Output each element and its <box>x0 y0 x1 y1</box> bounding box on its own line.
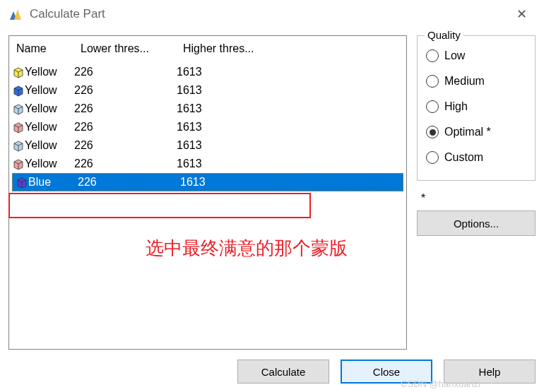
row-lower: 226 <box>74 139 177 152</box>
quality-option-label: Custom <box>444 151 483 164</box>
calculate-button[interactable]: Calculate <box>237 360 329 384</box>
asterisk-note: * <box>421 192 536 205</box>
row-name: Yellow <box>25 121 74 133</box>
col-header-higher: Higher thres... <box>183 42 402 55</box>
app-icon <box>8 7 23 21</box>
table-row[interactable]: Yellow 226 1613 <box>9 155 406 173</box>
table-row[interactable]: Yellow 226 1613 <box>9 63 406 81</box>
cube-icon <box>9 121 25 133</box>
quality-option[interactable]: Optimal * <box>426 119 526 145</box>
window-title: Calculate Part <box>30 7 508 21</box>
table-header: Name Lower thres... Higher thres... <box>9 39 406 59</box>
radio-icon <box>426 126 439 138</box>
row-higher: 1613 <box>177 66 406 78</box>
quality-option-label: Medium <box>444 75 485 88</box>
row-lower: 226 <box>78 176 180 189</box>
row-name: Yellow <box>25 139 74 152</box>
row-name: Yellow <box>25 158 74 170</box>
table-row[interactable]: Blue 226 1613 <box>12 173 403 191</box>
table-row[interactable]: Yellow 226 1613 <box>9 100 406 118</box>
row-higher: 1613 <box>177 84 406 97</box>
radio-icon <box>426 75 439 88</box>
col-header-lower: Lower thres... <box>81 42 183 55</box>
table-row[interactable]: Yellow 226 1613 <box>9 118 406 136</box>
watermark: CSDN @hanxuanzi <box>401 379 480 389</box>
col-header-name: Name <box>13 42 81 55</box>
row-lower: 226 <box>74 84 177 97</box>
quality-option-label: Low <box>444 49 465 62</box>
row-name: Yellow <box>25 102 74 115</box>
row-higher: 1613 <box>177 121 406 133</box>
row-higher: 1613 <box>177 139 406 152</box>
row-name: Blue <box>28 176 78 189</box>
row-lower: 226 <box>74 66 177 78</box>
row-higher: 1613 <box>177 158 406 170</box>
cube-icon <box>9 139 25 152</box>
row-lower: 226 <box>74 102 177 115</box>
table-row[interactable]: Yellow 226 1613 <box>9 136 406 155</box>
cube-icon <box>9 84 25 97</box>
row-name: Yellow <box>25 66 74 78</box>
quality-option[interactable]: Medium <box>426 69 526 94</box>
row-lower: 226 <box>74 121 177 133</box>
radio-icon <box>426 49 439 62</box>
cube-icon <box>9 66 25 78</box>
cube-icon <box>9 158 25 170</box>
quality-option[interactable]: Custom <box>426 145 526 170</box>
quality-option-label: Optimal * <box>444 126 491 138</box>
parts-list-panel: Name Lower thres... Higher thres... Yell… <box>8 35 407 350</box>
quality-option-label: High <box>444 100 468 113</box>
close-icon[interactable]: ✕ <box>508 2 536 26</box>
table-row[interactable]: Yellow 226 1613 <box>9 81 406 100</box>
row-higher: 1613 <box>180 176 403 189</box>
cube-icon <box>9 102 25 115</box>
radio-icon <box>426 100 439 113</box>
quality-group: Quality Low Medium High Optimal * Custom <box>417 35 536 181</box>
row-higher: 1613 <box>177 102 406 115</box>
row-lower: 226 <box>74 158 177 170</box>
cube-icon <box>13 176 28 189</box>
svg-marker-1 <box>14 9 21 20</box>
options-button[interactable]: Options... <box>417 210 536 236</box>
quality-option[interactable]: Low <box>426 43 526 69</box>
dialog-buttons: Calculate Close Help <box>237 360 536 384</box>
quality-legend: Quality <box>425 29 463 41</box>
radio-icon <box>426 151 439 164</box>
row-name: Yellow <box>25 84 74 97</box>
quality-option[interactable]: High <box>426 94 526 119</box>
titlebar: Calculate Part ✕ <box>0 0 544 28</box>
